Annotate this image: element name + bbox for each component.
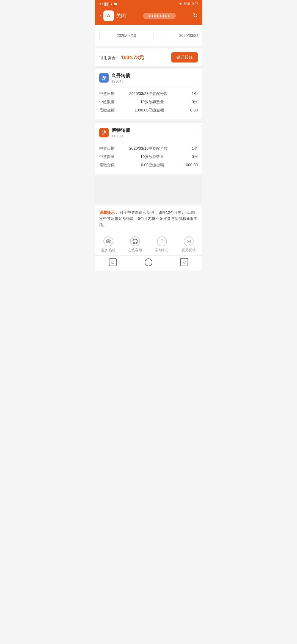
nav-label-feedback: 意见反馈 [182,248,196,253]
fund-bar: 可用资金： 1034.73元 银证转账 [95,48,202,66]
value-need-2: 0.00 [127,163,148,168]
value-lot-1: 1个 [176,91,198,96]
status-left: HD ▐▌▌ ▲ 💬 [99,2,117,6]
label-lot-1: 中签配号数 [148,91,176,96]
nav-label-help: 帮助中心 [155,248,169,253]
detail-row-2-2: 中签数量 10张 放弃数量 0张 [99,153,198,161]
end-date-input[interactable] [162,31,202,40]
label-need-1: 需缴金额 [99,108,127,113]
nav-item-service[interactable]: 🎧 在线客服 [128,236,142,253]
label-qty-1: 中签数量 [99,100,127,105]
nav-label-service: 在线客服 [128,248,142,253]
detail-row-1-2: 中签数量 10张 放弃数量 0张 [99,98,198,106]
nav-item-hotline[interactable]: ☎ 服务热线 [101,236,116,253]
divider-1 [95,66,202,69]
label-date-1: 中签日期 [99,91,127,96]
chevron-icon-2: › [196,130,198,135]
start-date-input[interactable] [99,31,153,40]
headset-icon: 🎧 [130,236,140,246]
nav-label-hotline: 服务热线 [101,248,116,253]
header-left: ‹ A 关闭 [99,10,126,21]
status-bar: HD ▐▌▌ ▲ 💬 👁 58% 9:27 [95,0,202,8]
value-qty-2: 10张 [127,154,148,159]
help-icon: ? [157,236,167,246]
back-button-bottom[interactable]: ◁ [180,258,188,266]
value-need-1: 1000.00 [127,108,148,113]
back-button[interactable]: ‹ [99,13,101,19]
spacer [95,176,202,203]
label-need-2: 需缴金额 [99,163,127,168]
value-date-2: 2020/03/13 [127,146,148,151]
label-abandon-2: 放弃数量 [148,154,176,159]
eye-icon: 👁 [179,2,183,6]
market-badge-deep: 深 [99,73,109,83]
bond-card-1: 深 久吾转债 123047 › 中签日期 2020/03/23 中签配号数 1个… [95,69,202,119]
fund-info: 可用资金： 1034.73元 [99,54,144,61]
header: ‹ A 关闭 ●●●●●●●● ↻ [95,8,202,25]
bond-name-2: 博特转债 [111,127,194,133]
wifi-icon: ▲ [110,2,113,6]
bond-code-2: 113571 [111,134,194,138]
label-date-2: 中签日期 [99,146,127,151]
label-paid-1: 已缴金额 [148,108,176,113]
time-text: 9:27 [192,2,198,6]
nav-item-feedback[interactable]: ✉ 意见反馈 [182,236,196,253]
square-button[interactable]: □ [109,258,117,266]
home-button[interactable]: ○ [145,258,152,266]
bond-header-2[interactable]: 沪 博特转债 113571 › [99,123,198,141]
value-abandon-2: 0张 [176,154,198,159]
value-date-1: 2020/03/23 [127,91,148,96]
bond-details-2: 中签日期 2020/03/13 中签配号数 1个 中签数量 10张 放弃数量 0… [99,141,198,169]
hd-icon: HD [99,2,103,6]
detail-row-1-3: 需缴金额 1000.00 已缴金额 0.00 [99,106,198,114]
header-center: ●●●●●●●● [126,13,193,19]
nav-item-help[interactable]: ? 帮助中心 [155,236,169,253]
detail-row-2-1: 中签日期 2020/03/13 中签配号数 1个 [99,144,198,153]
bond-name-1: 久吾转债 [111,72,194,79]
bond-code-1: 123047 [111,79,194,83]
transfer-button[interactable]: 银证转账 [171,52,198,62]
refresh-button[interactable]: ↻ [193,12,198,19]
label-paid-2: 已缴金额 [148,163,176,168]
close-button[interactable]: 关闭 [116,12,126,19]
bond-name-group-1: 久吾转债 123047 [111,72,194,83]
bottom-bar: □ ○ ◁ [95,255,202,271]
bond-name-group-2: 博特转债 113571 [111,127,194,138]
signal-icon: ▐▌▌ [103,2,109,6]
account-number: ●●●●●●●● [143,13,176,19]
divider-2 [95,121,202,123]
label-lot-2: 中签配号数 [148,146,176,151]
value-paid-2: 1000.00 [176,163,198,168]
bond-card-2: 沪 博特转债 113571 › 中签日期 2020/03/13 中签配号数 1个… [95,123,202,174]
footer-nav: ☎ 服务热线 🎧 在线客服 ? 帮助中心 ✉ 意见反馈 [95,232,202,255]
status-right: 👁 58% 9:27 [179,2,198,6]
market-badge-shanghai: 沪 [99,128,109,137]
bond-details-1: 中签日期 2020/03/23 中签配号数 1个 中签数量 10张 放弃数量 0… [99,86,198,114]
bond-header-1[interactable]: 深 久吾转债 123047 › [99,69,198,86]
notice-section: 温馨提示： 对于中签新债和新股，如果12个月累计出现3次中签后未足额缴款，6个月… [95,206,202,232]
value-qty-1: 10张 [127,100,148,105]
label-abandon-1: 放弃数量 [148,100,176,105]
battery-text: 58% [184,2,191,6]
app-logo: A [103,10,114,21]
value-paid-1: 0.00 [176,108,198,113]
date-filter: — 查询 [95,25,202,46]
chevron-icon-1: › [196,75,198,80]
fund-label: 可用资金： [99,55,120,60]
value-lot-2: 1个 [176,146,198,151]
detail-row-1-1: 中签日期 2020/03/23 中签配号数 1个 [99,90,198,98]
phone-icon: ☎ [103,236,113,246]
wechat-icon: 💬 [114,2,117,6]
label-qty-2: 中签数量 [99,154,127,159]
mail-icon: ✉ [184,236,194,246]
fund-amount: 1034.73元 [121,55,144,60]
date-separator: — [156,33,160,38]
value-abandon-1: 0张 [176,100,198,105]
notice-title: 温馨提示： [99,210,119,215]
detail-row-2-3: 需缴金额 0.00 已缴金额 1000.00 [99,161,198,169]
